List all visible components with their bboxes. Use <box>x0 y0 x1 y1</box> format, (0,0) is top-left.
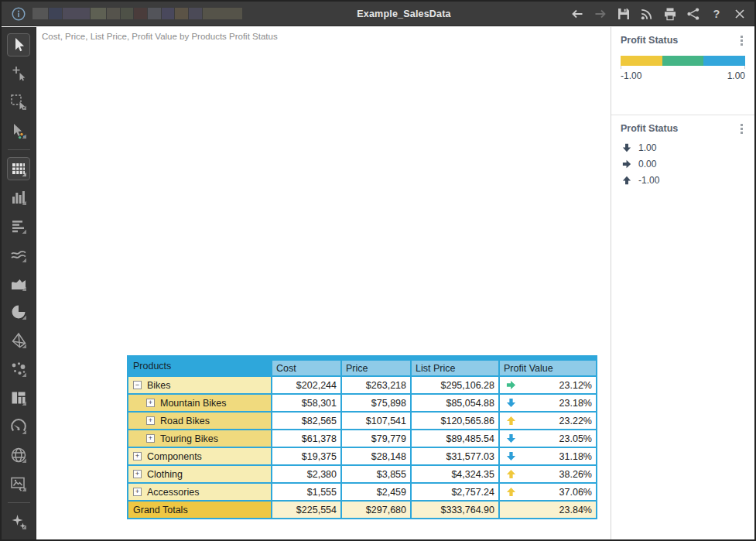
value-cell[interactable]: $263,218 <box>342 377 410 393</box>
value-cell[interactable]: $79,779 <box>342 430 410 447</box>
back-icon[interactable] <box>569 5 586 22</box>
value-cell[interactable]: $225,554 <box>272 502 340 518</box>
arrow-up-icon <box>506 487 516 497</box>
cross-table-button[interactable] <box>7 157 30 180</box>
column-header-cost[interactable]: Cost <box>272 357 340 375</box>
marking-tool-button[interactable] <box>7 119 30 142</box>
ai-recommendations-button[interactable] <box>7 510 30 533</box>
profit-value-cell[interactable]: 23.05% <box>500 430 596 447</box>
map-chart-button[interactable] <box>7 443 30 467</box>
bar-chart-button[interactable] <box>7 186 30 209</box>
value-cell[interactable]: $58,301 <box>272 395 340 411</box>
forward-icon[interactable] <box>592 5 609 22</box>
value-cell[interactable]: $202,244 <box>272 377 340 393</box>
row-label-text: Grand Totals <box>133 505 188 515</box>
value-cell[interactable]: $19,375 <box>272 448 340 464</box>
value-cell[interactable]: $333,764.90 <box>412 502 498 518</box>
profit-value-cell[interactable]: 23.12% <box>500 377 596 393</box>
color-scale <box>621 56 745 66</box>
pie-chart-button[interactable] <box>7 300 30 324</box>
line-chart-button[interactable] <box>7 243 30 266</box>
info-icon[interactable] <box>11 6 26 22</box>
collapse-icon[interactable]: − <box>133 381 142 389</box>
redacted-menu-item <box>107 8 120 19</box>
redacted-menu-item <box>175 8 188 19</box>
column-header-label: Price <box>342 361 410 375</box>
redacted-menu-item <box>63 8 90 19</box>
pointer-tool-button[interactable] <box>7 33 30 56</box>
row-label[interactable]: +Road Bikes <box>128 413 271 429</box>
column-header-profit-value[interactable]: Profit Value <box>500 357 596 375</box>
row-label-text: Road Bikes <box>160 416 210 426</box>
row-label[interactable]: +Clothing <box>128 466 271 482</box>
axis-select-tool-button[interactable] <box>7 62 30 85</box>
row-label[interactable]: +Mountain Bikes <box>128 395 271 411</box>
profit-value-cell[interactable]: 31.18% <box>500 448 596 464</box>
legend-items: 1.000.00-1.00 <box>621 142 745 186</box>
expand-icon[interactable]: + <box>133 488 142 496</box>
value-cell[interactable]: $295,106.28 <box>412 377 498 393</box>
scale-max-label: 1.00 <box>727 70 745 81</box>
value-cell[interactable]: $31,577.03 <box>412 448 498 464</box>
summary-table-button[interactable] <box>7 214 30 238</box>
color-scale-segment <box>662 56 704 66</box>
expand-icon[interactable]: + <box>146 434 155 443</box>
legend-item-label: 1.00 <box>638 142 656 153</box>
value-cell[interactable]: $2,380 <box>272 466 340 482</box>
visualization-canvas[interactable]: Cost, Price, List Price, Profit Value by… <box>37 27 611 539</box>
value-cell[interactable]: $2,459 <box>342 484 410 500</box>
share-icon[interactable] <box>685 5 702 22</box>
column-header-price[interactable]: Price <box>342 357 410 375</box>
value-cell[interactable]: $3,855 <box>342 466 410 482</box>
profit-percent: 23.84% <box>559 505 592 515</box>
value-cell[interactable]: $107,541 <box>342 413 410 429</box>
scatter-plot-button[interactable] <box>7 358 30 381</box>
kebab-menu-icon[interactable] <box>738 123 745 135</box>
close-icon[interactable] <box>731 5 748 22</box>
value-cell[interactable]: $2,757.24 <box>412 484 498 500</box>
save-icon[interactable] <box>615 5 632 22</box>
expand-icon[interactable]: + <box>146 416 155 425</box>
broadcast-icon[interactable] <box>638 5 655 22</box>
row-label[interactable]: −Bikes <box>128 377 271 393</box>
expand-icon[interactable]: + <box>133 452 142 461</box>
profit-value-cell[interactable]: 23.84% <box>500 502 596 518</box>
titlebar-actions: ? <box>569 2 748 26</box>
arrow-down-icon <box>506 398 516 408</box>
profit-value-cell[interactable]: 23.22% <box>500 413 596 429</box>
gauge-chart-button[interactable] <box>7 415 30 438</box>
column-header-products[interactable]: Products <box>128 357 271 375</box>
row-label[interactable]: Grand Totals <box>128 502 271 518</box>
radar-chart-button[interactable] <box>7 329 30 352</box>
expand-icon[interactable]: + <box>133 470 142 478</box>
marquee-select-tool-button[interactable] <box>7 91 30 114</box>
row-label[interactable]: +Components <box>128 448 271 464</box>
profit-percent: 23.05% <box>559 433 592 444</box>
row-label[interactable]: +Touring Bikes <box>128 430 271 447</box>
profit-value-cell[interactable]: 38.26% <box>500 466 596 482</box>
value-cell[interactable]: $82,565 <box>272 413 340 429</box>
kebab-menu-icon[interactable] <box>738 35 745 46</box>
value-cell[interactable]: $89,485.54 <box>412 430 498 447</box>
value-cell[interactable]: $75,898 <box>342 395 410 411</box>
value-cell[interactable]: $85,054.88 <box>412 395 498 411</box>
custom-visual-button[interactable] <box>7 472 30 495</box>
value-cell[interactable]: $28,148 <box>342 448 410 464</box>
value-cell[interactable]: $4,324.35 <box>412 466 498 482</box>
area-chart-button[interactable] <box>7 272 30 295</box>
help-icon[interactable]: ? <box>708 5 725 22</box>
treemap-button[interactable] <box>7 386 30 409</box>
row-label[interactable]: +Accessories <box>128 484 271 500</box>
print-icon[interactable] <box>662 5 679 22</box>
column-header-label: List Price <box>412 361 498 375</box>
application-window: Example_SalesData ? Cost, Price, List Pr… <box>0 0 756 541</box>
value-cell[interactable]: $1,555 <box>272 484 340 500</box>
column-header-list-price[interactable]: List Price <box>412 357 498 375</box>
profit-value-cell[interactable]: 23.18% <box>500 395 596 411</box>
value-cell[interactable]: $297,680 <box>342 502 410 518</box>
value-cell[interactable]: $61,378 <box>272 430 340 447</box>
expand-icon[interactable]: + <box>146 399 155 407</box>
profit-value-cell[interactable]: 37.06% <box>500 484 596 500</box>
redacted-menu-item <box>91 8 106 19</box>
value-cell[interactable]: $120,565.86 <box>412 413 498 429</box>
